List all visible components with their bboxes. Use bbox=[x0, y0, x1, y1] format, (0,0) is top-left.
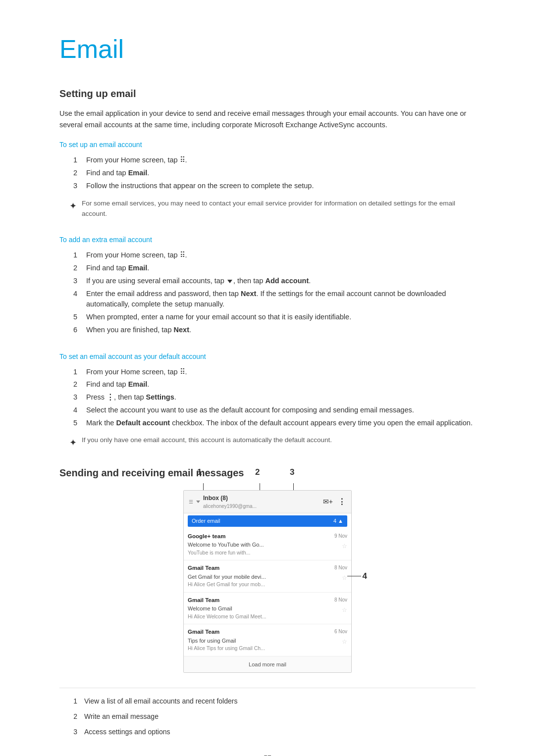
page-number: 57 bbox=[59, 753, 476, 756]
list-item: 3If you are using several email accounts… bbox=[59, 276, 476, 287]
list-item: 2Find and tap Email. bbox=[59, 263, 476, 274]
list-item: 3Press ⋮, then tap Settings. bbox=[59, 392, 476, 403]
email-row: Gmail Team Get Gmail for your mobile dev… bbox=[184, 560, 351, 593]
email-list: Google+ team Welcome to YouTube with Go.… bbox=[184, 529, 351, 656]
email-from: Gmail Team bbox=[188, 564, 266, 572]
email-preview: Hi Alice Welcome to Gmail Meet... bbox=[188, 613, 267, 621]
callout-row-1: 1 View a list of all email accounts and … bbox=[59, 696, 476, 706]
note-icon-2: ✦ bbox=[69, 436, 77, 450]
subsection-default-account: To set an email account as your default … bbox=[59, 352, 476, 450]
callout-4-line: 4 bbox=[347, 570, 367, 583]
list-item: 3Follow the instructions that appear on … bbox=[59, 181, 476, 192]
list-item: 5Mark the Default account checkbox. The … bbox=[59, 418, 476, 429]
email-preview: Hi Alice Tips for using Gmail Ch... bbox=[188, 645, 265, 653]
inbox-label: ☰ Inbox (8) alicehoney1990@gma... bbox=[189, 494, 257, 510]
callout-text-2: Write an email message bbox=[84, 711, 159, 722]
callout-num-3: 3 bbox=[69, 727, 77, 737]
order-email-date: 4 ▲ bbox=[333, 517, 343, 525]
subsection-link-3: To set an email account as your default … bbox=[59, 352, 476, 362]
callout-text-3: Access settings and options bbox=[84, 727, 170, 737]
compose-icon: ✉+ bbox=[323, 497, 333, 507]
email-date: 6 Nov ☆ bbox=[334, 628, 347, 646]
email-date: 8 Nov ☆ bbox=[334, 596, 347, 614]
list-item: 2Find and tap Email. bbox=[59, 168, 476, 179]
note-text-2: If you only have one email account, this… bbox=[82, 435, 332, 450]
note-box-1: ✦ For some email services, you may need … bbox=[59, 199, 476, 219]
add-account-steps-list: 1From your Home screen, tap ⠿. 2Find and… bbox=[59, 250, 476, 335]
email-row: Gmail Team Welcome to Gmail Hi Alice Wel… bbox=[184, 593, 351, 625]
email-date: 8 Nov ☆ bbox=[334, 564, 347, 582]
email-preview: YouTube is more fun with... bbox=[188, 549, 264, 557]
star-icon: ☆ bbox=[342, 542, 347, 551]
callout-num-2: 2 bbox=[69, 711, 77, 722]
sending-receiving-section: Sending and receiving email messages 1 2… bbox=[59, 465, 476, 737]
sending-receiving-heading: Sending and receiving email messages bbox=[59, 465, 476, 480]
screenshot-actions: ✉+ ⋮ bbox=[323, 496, 346, 508]
email-row: Gmail Team Tips for using Gmail Hi Alice… bbox=[184, 624, 351, 656]
subsection-add-account: To add an extra email account 1From your… bbox=[59, 235, 476, 335]
email-from: Gmail Team bbox=[188, 628, 265, 636]
more-options-icon: ⋮ bbox=[338, 496, 346, 508]
list-item: 6When you are finished, tap Next. bbox=[59, 325, 476, 336]
num-line-1 bbox=[203, 483, 204, 490]
note-text-1: For some email services, you may need to… bbox=[82, 199, 476, 219]
subsection-link-2: To add an extra email account bbox=[59, 235, 476, 245]
note-icon: ✦ bbox=[69, 200, 77, 219]
callout-descriptions: 1 View a list of all email accounts and … bbox=[59, 688, 476, 737]
screenshot-header: ☰ Inbox (8) alicehoney1990@gma... ✉+ ⋮ bbox=[184, 491, 351, 513]
email-row: Google+ team Welcome to YouTube with Go.… bbox=[184, 529, 351, 561]
email-subject: Welcome to Gmail bbox=[188, 605, 267, 613]
email-from: Google+ team bbox=[188, 532, 264, 541]
order-email-label: Order email bbox=[192, 517, 220, 525]
num-line-3 bbox=[293, 483, 294, 490]
inbox-count: Inbox (8) bbox=[203, 494, 257, 503]
list-item: 1From your Home screen, tap ⠿. bbox=[59, 250, 476, 261]
setup-steps-list: 1From your Home screen, tap ⠿. 2Find and… bbox=[59, 155, 476, 191]
setting-up-heading: Setting up email bbox=[59, 86, 476, 101]
callout-text-1: View a list of all email accounts and re… bbox=[84, 696, 237, 706]
email-subject: Tips for using Gmail bbox=[188, 637, 265, 645]
order-email-bar: Order email 4 ▲ bbox=[188, 515, 347, 527]
list-item: 1From your Home screen, tap ⠿. bbox=[59, 155, 476, 166]
email-subject: Get Gmail for your mobile devi... bbox=[188, 573, 266, 581]
default-account-steps-list: 1From your Home screen, tap ⠿. 2Find and… bbox=[59, 367, 476, 429]
setting-up-intro: Use the email application in your device… bbox=[59, 108, 476, 131]
list-item: 2Find and tap Email. bbox=[59, 379, 476, 390]
callout-num-1: 1 bbox=[69, 696, 77, 706]
subsection-link-1: To set up an email account bbox=[59, 140, 476, 150]
list-item: 4Select the account you want to use as t… bbox=[59, 405, 476, 416]
note-box-2: ✦ If you only have one email account, th… bbox=[59, 435, 476, 450]
list-item: 4Enter the email address and password, t… bbox=[59, 289, 476, 310]
callout-row-2: 2 Write an email message bbox=[59, 711, 476, 722]
callout-row-3: 3 Access settings and options bbox=[59, 727, 476, 737]
list-item: 1From your Home screen, tap ⠿. bbox=[59, 367, 476, 378]
star-icon: ☆ bbox=[342, 573, 347, 582]
setting-up-email-section: Setting up email Use the email applicati… bbox=[59, 86, 476, 450]
email-subject: Welcome to YouTube with Go... bbox=[188, 541, 264, 549]
load-more-button[interactable]: Load more mail bbox=[184, 656, 351, 673]
email-date: 9 Nov ☆ bbox=[334, 532, 347, 551]
screenshot-container: 1 2 3 ☰ Inbox (8) alicehoney1990@gma... bbox=[59, 490, 476, 673]
email-screenshot: ☰ Inbox (8) alicehoney1990@gma... ✉+ ⋮ bbox=[183, 490, 352, 673]
account-email: alicehoney1990@gma... bbox=[203, 503, 257, 510]
page-title: Email bbox=[59, 30, 476, 68]
email-preview: Hi Alice Get Gmail for your mob... bbox=[188, 581, 266, 589]
star-icon: ☆ bbox=[342, 605, 347, 614]
email-from: Gmail Team bbox=[188, 596, 267, 605]
num-line-2 bbox=[260, 483, 260, 490]
subsection-setup: To set up an email account 1From your Ho… bbox=[59, 140, 476, 219]
star-icon: ☆ bbox=[342, 637, 347, 646]
list-item: 5When prompted, enter a name for your em… bbox=[59, 312, 476, 323]
